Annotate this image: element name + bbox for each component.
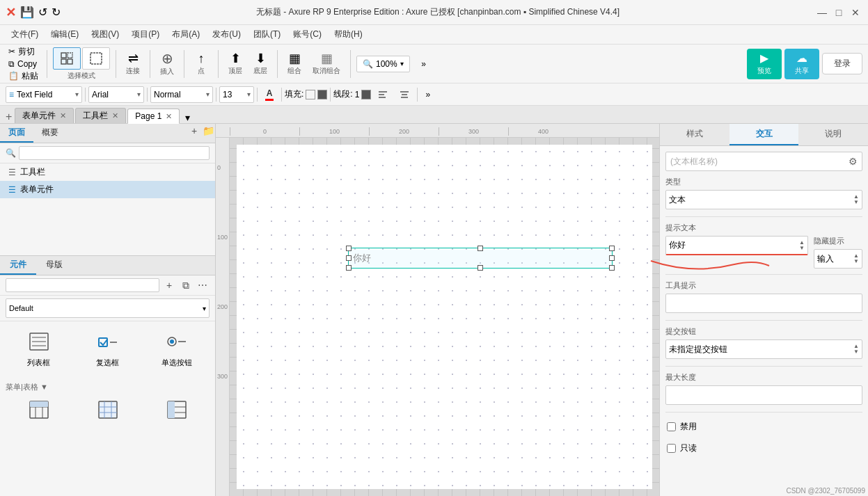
canvas-area[interactable]: 0 100 200 300 400 0 100 200 300 你好 (216, 124, 659, 496)
component-search-input[interactable] (6, 278, 159, 292)
type-arrow-down[interactable]: ▼ (853, 200, 859, 205)
component-table2[interactable] (74, 395, 141, 431)
component-library-select[interactable]: Default ▾ (6, 298, 210, 318)
handle-bl[interactable] (346, 265, 352, 271)
bottom-layer-button[interactable]: ⬇ 底层 (249, 49, 271, 79)
point-button[interactable]: ↑ 点 (190, 49, 212, 79)
text-color-button[interactable]: A (260, 86, 278, 103)
tab-style[interactable]: 样式 (660, 124, 729, 145)
component-listbox[interactable]: 列表框 (6, 327, 72, 374)
undo-icon[interactable]: ↺ (38, 6, 47, 19)
menu-publish[interactable]: 发布(U) (207, 27, 246, 42)
tab-components[interactable]: 元件 (0, 256, 36, 275)
menu-layout[interactable]: 布局(A) (166, 27, 205, 42)
submit-arrow-down[interactable]: ▼ (853, 349, 859, 355)
component-checkbox[interactable]: 复选框 (74, 327, 141, 374)
prop-hidden-hint-value[interactable]: 输入 ▲ ▼ (814, 249, 862, 269)
tab-masters[interactable]: 母版 (36, 256, 72, 275)
page-canvas[interactable]: 你好 (237, 145, 652, 489)
menu-account[interactable]: 账号(C) (287, 27, 327, 42)
handle-tm[interactable] (478, 246, 483, 251)
textfield-widget[interactable]: 你好 (348, 248, 613, 269)
tab-pages[interactable]: 页面 (0, 124, 33, 143)
close-button[interactable]: ✕ (849, 6, 862, 19)
tab-more-button[interactable]: ▾ (181, 112, 194, 123)
share-button[interactable]: ☁ 共享 (784, 49, 819, 79)
login-button[interactable]: 登录 (822, 53, 862, 74)
menu-view[interactable]: 视图(V) (86, 27, 125, 42)
handle-bm[interactable] (478, 265, 483, 271)
line-color-box[interactable] (361, 90, 371, 99)
group-button[interactable]: ▦ 组合 (283, 49, 306, 79)
component-type-select[interactable]: ≡ Text Field ▾ (6, 86, 82, 103)
component-table3[interactable] (143, 395, 210, 431)
tab-outline[interactable]: 概要 (33, 124, 67, 143)
prop-hint-value[interactable]: 你好 ▲ ▼ (665, 236, 808, 255)
copy-button[interactable]: ⧉ Copy (6, 58, 41, 70)
paste-button[interactable]: 📋 粘贴 (6, 70, 41, 83)
save-icon[interactable]: 💾 (20, 6, 34, 19)
readonly-checkbox[interactable] (667, 444, 676, 453)
menu-team[interactable]: 团队(T) (248, 27, 286, 42)
page-item-biaodan[interactable]: ☰ 表单元件 (0, 181, 215, 198)
tab-page1-close[interactable]: ✕ (166, 112, 172, 121)
tab-biaodan-close[interactable]: ✕ (60, 111, 66, 120)
add-folder-button[interactable]: 📁 (201, 124, 215, 138)
cut-button[interactable]: ✂ 剪切 (6, 45, 41, 58)
handle-br[interactable] (609, 265, 615, 271)
font-family-select[interactable]: Arial ▾ (88, 86, 144, 103)
minimize-button[interactable]: — (815, 6, 829, 19)
tab-interaction[interactable]: 交互 (729, 124, 799, 145)
page-item-toolbar[interactable]: ☰ 工具栏 (0, 163, 215, 181)
disabled-checkbox[interactable] (667, 422, 676, 431)
component-section-menu-table[interactable]: 菜单|表格 ▼ (0, 379, 215, 395)
pages-search-input[interactable] (19, 146, 210, 160)
font-style-select[interactable]: Normal ▾ (150, 86, 213, 103)
menu-file[interactable]: 文件(F) (6, 27, 44, 42)
tab-page1[interactable]: Page 1 ✕ (127, 109, 180, 124)
fill-color-dark[interactable] (317, 90, 327, 99)
handle-tr[interactable] (609, 246, 615, 251)
preview-button[interactable]: ▶ 预览 (747, 49, 782, 79)
select-mode-button-2[interactable] (82, 47, 110, 70)
property-name-field[interactable]: (文本框名称) ⚙ (665, 152, 862, 171)
prop-submit-value[interactable]: 未指定提交按钮 ▲ ▼ (665, 339, 862, 359)
menu-edit[interactable]: 编辑(E) (45, 27, 84, 42)
prop-maxlength-value[interactable] (665, 385, 862, 405)
maximize-button[interactable]: □ (832, 6, 846, 19)
handle-mr[interactable] (609, 255, 615, 261)
tab-toolbar[interactable]: 工具栏 ✕ (75, 108, 126, 123)
more-format-button[interactable]: » (420, 86, 435, 103)
top-layer-button[interactable]: ⬆ 顶层 (224, 49, 246, 79)
add-page-button[interactable]: + (187, 124, 201, 138)
hidden-hint-arrow-down[interactable]: ▼ (853, 259, 859, 264)
menu-help[interactable]: 帮助(H) (329, 27, 368, 42)
tab-toolbar-close[interactable]: ✕ (112, 111, 118, 120)
zoom-control[interactable]: 🔍 100% ▾ (356, 56, 410, 72)
component-table[interactable] (6, 395, 72, 431)
handle-ml[interactable] (346, 255, 352, 261)
copy-component-button[interactable]: ⧉ (179, 278, 193, 292)
component-radio[interactable]: 单选按钮 (143, 327, 210, 374)
ungroup-button[interactable]: ▦ 取消组合 (308, 49, 345, 79)
tab-notes[interactable]: 说明 (798, 124, 868, 145)
add-component-button[interactable]: + (162, 278, 176, 292)
align-left-button[interactable] (373, 86, 393, 103)
more-component-button[interactable]: ⋯ (196, 278, 210, 292)
property-settings-icon[interactable]: ⚙ (849, 156, 858, 167)
prop-type-value[interactable]: 文本 ▲ ▼ (665, 190, 862, 209)
handle-tl[interactable] (346, 246, 352, 251)
redo-icon[interactable]: ↻ (52, 6, 61, 19)
fill-color-box[interactable] (306, 90, 315, 99)
select-mode-button[interactable] (53, 47, 81, 70)
menu-project[interactable]: 项目(P) (126, 27, 165, 42)
connect-button[interactable]: ⇌ 连接 (122, 49, 144, 79)
hint-arrow-down[interactable]: ▼ (799, 246, 805, 251)
align-center-button[interactable] (395, 86, 414, 103)
tab-biaodan[interactable]: 表单元件 ✕ (15, 108, 74, 123)
more-tools-button[interactable]: » (413, 56, 435, 72)
prop-tooltip-value[interactable] (665, 294, 862, 313)
font-size-select[interactable]: 13 ▾ (219, 86, 254, 103)
insert-button[interactable]: ⊕ 插入 (156, 49, 178, 79)
canvas-content[interactable]: 你好 (230, 138, 659, 496)
